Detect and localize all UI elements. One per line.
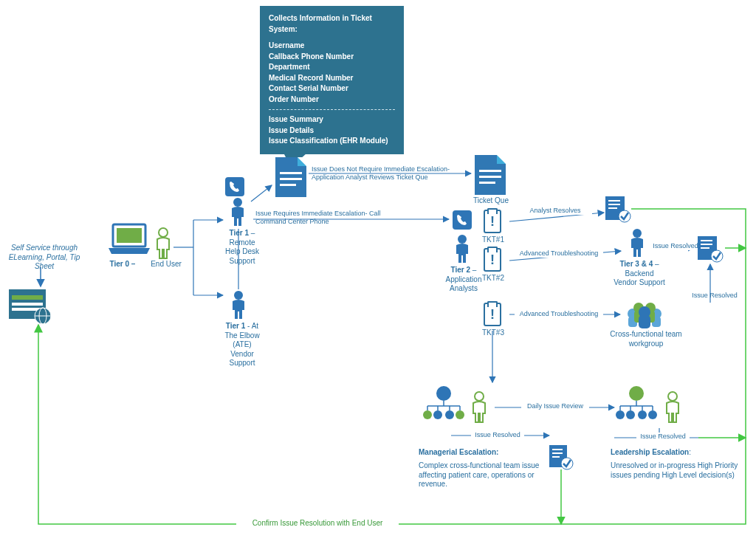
self-service-label: Self Service through ELearning, Portal, …: [7, 244, 81, 272]
svg-rect-24: [12, 303, 43, 306]
svg-point-48: [711, 250, 723, 262]
confirm-label: Confirm Issue Resolution with End User: [236, 519, 399, 528]
svg-rect-74: [552, 456, 560, 458]
svg-rect-46: [701, 244, 712, 245]
callout-title: Collects Information in Ticket System:: [269, 13, 395, 35]
portal-icon: [9, 289, 53, 326]
svg-rect-47: [701, 247, 709, 249]
document-check-icon: [698, 236, 724, 264]
person-outline-icon: [663, 391, 682, 425]
ticket-icon: !: [484, 248, 501, 272]
leadership-desc: Unresolved or in-progress High Priority …: [611, 461, 743, 480]
svg-rect-40: [608, 204, 620, 205]
callout-field: Order Number: [269, 94, 395, 106]
callout-field: Issue Summary: [269, 114, 395, 125]
svg-point-84: [626, 410, 635, 419]
svg-point-68: [445, 410, 454, 419]
laptop-icon: [107, 223, 151, 257]
document-icon: [475, 155, 506, 195]
callout-field: Issue Classification (EHR Module): [269, 136, 395, 147]
ticket-icon: !: [484, 210, 501, 233]
svg-point-32: [159, 228, 168, 237]
callout-field: Callback Phone Number: [269, 52, 395, 63]
edge-label: Issue Does Not Require Immediate Escalat…: [312, 165, 467, 182]
phone-icon: [225, 177, 244, 198]
person-icon: [628, 229, 646, 260]
svg-rect-58: [639, 315, 650, 328]
svg-rect-72: [552, 449, 563, 450]
tier34-label: Tier 3 & 4 – Backend Vendor Support: [613, 260, 666, 288]
edge-label: Issue Resolved: [636, 433, 690, 441]
svg-point-35: [234, 291, 243, 300]
tkt-label: TKT#1: [479, 235, 507, 245]
svg-point-66: [423, 410, 432, 419]
org-chart-icon: [422, 385, 466, 422]
person-icon: [453, 235, 471, 266]
person-icon: [229, 198, 247, 229]
svg-point-43: [633, 229, 642, 238]
svg-point-42: [619, 210, 630, 222]
edge-label: Issue Resolved: [649, 242, 702, 250]
edge-label: Advanced Troubleshooting: [515, 249, 603, 258]
svg-point-70: [475, 392, 484, 401]
phone-icon: [453, 210, 472, 231]
edge-label: Analyst Resolves: [518, 207, 592, 215]
svg-rect-73: [552, 452, 563, 454]
svg-point-34: [233, 198, 242, 207]
edge-label: Issue Requires Immediate Escalation- Cal…: [255, 210, 394, 227]
ticket-icon: !: [484, 303, 501, 326]
end-user-label: End User: [148, 260, 185, 269]
svg-point-75: [561, 458, 573, 469]
svg-rect-36: [453, 210, 472, 230]
svg-point-69: [456, 410, 464, 419]
edge-label: Issue Resolved: [690, 292, 739, 300]
svg-point-59: [436, 386, 451, 401]
cross-func-label: Cross-functional team workgroup: [605, 330, 687, 348]
callout-field: Contact Serial Number: [269, 83, 395, 94]
svg-point-86: [648, 410, 657, 419]
edge-label: Daily Issue Review: [521, 402, 589, 410]
callout-field: Username: [269, 41, 395, 52]
svg-line-6: [251, 185, 272, 202]
tkt-label: TKT#3: [479, 328, 507, 338]
leadership-title: Leadership Escalation:: [611, 448, 736, 458]
person-outline-icon: [154, 227, 173, 261]
document-icon: [275, 157, 306, 197]
document-check-icon: [549, 445, 574, 472]
tier0-label: Tier 0 –: [105, 260, 140, 269]
person-outline-icon: [470, 391, 489, 425]
svg-rect-31: [117, 228, 142, 243]
ticket-info-callout: Collects Information in Ticket System: U…: [260, 6, 404, 154]
edge-label: Advanced Troubleshooting: [515, 310, 603, 318]
svg-rect-45: [701, 240, 712, 241]
tier1-remote-label: Tier 1 – Remote Help Desk Support: [221, 229, 263, 266]
callout-field: Issue Details: [269, 125, 395, 137]
person-icon: [230, 291, 247, 322]
svg-point-76: [629, 386, 644, 401]
svg-point-87: [668, 392, 677, 401]
document-check-icon: [605, 196, 632, 224]
svg-rect-23: [12, 295, 43, 300]
org-chart-icon: [614, 385, 659, 422]
svg-point-37: [458, 235, 467, 244]
ticket-que-label: Ticket Que: [469, 196, 513, 206]
callout-field: Medical Record Number: [269, 73, 395, 84]
managerial-desc: Complex cross-functional team issue affe…: [419, 461, 551, 489]
callout-field: Department: [269, 62, 395, 73]
managerial-title: Managerial Escalation:: [419, 448, 537, 458]
team-icon: [622, 299, 667, 330]
tier1-ate-label: Tier 1 - At The Elbow (ATE) Vendor Suppo…: [221, 322, 263, 368]
svg-point-83: [616, 410, 625, 419]
svg-rect-33: [225, 177, 244, 196]
tkt-label: TKT#2: [479, 274, 507, 283]
svg-point-85: [638, 410, 647, 419]
svg-rect-41: [608, 207, 617, 209]
svg-point-67: [433, 410, 442, 419]
edge-label: Issue Resolved: [471, 431, 524, 439]
svg-rect-39: [608, 200, 620, 202]
